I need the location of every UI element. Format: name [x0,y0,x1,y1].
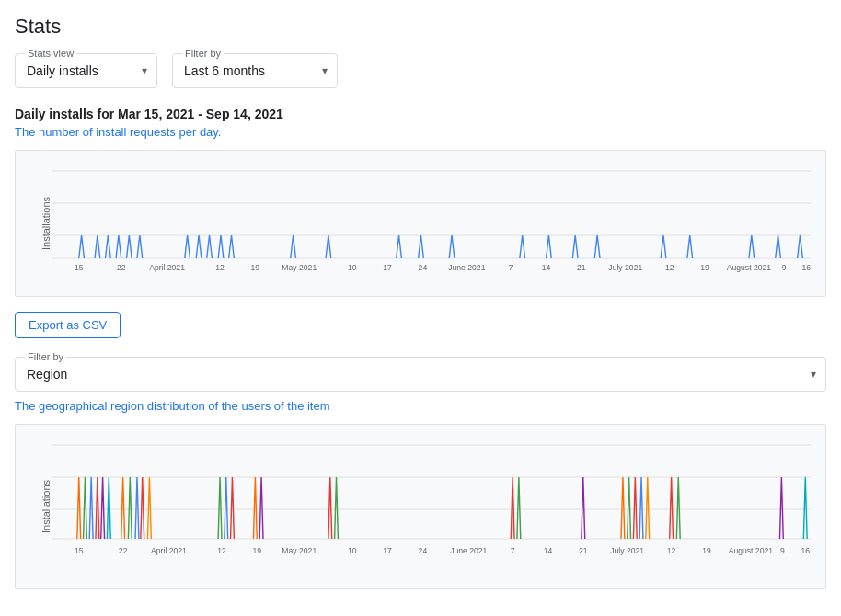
svg-text:7: 7 [511,546,515,555]
stats-view-label: Stats view [25,48,76,59]
svg-text:June 2021: June 2021 [448,263,485,272]
svg-text:10: 10 [348,263,357,272]
installs-chart: Installations 3 2 1 0 [15,150,826,297]
stats-view-value: Daily installs [27,63,117,78]
svg-text:19: 19 [700,263,709,272]
filter-by-dropdown[interactable]: Filter by Last 6 months ▾ [172,53,338,88]
svg-text:August 2021: August 2021 [729,546,773,555]
filter-by-arrow: ▾ [322,64,328,77]
svg-text:19: 19 [252,546,261,555]
svg-text:12: 12 [667,546,676,555]
svg-text:14: 14 [542,263,551,272]
region-filter-row: Filter by Region ▾ [15,357,826,392]
svg-text:9: 9 [782,263,787,272]
svg-text:April 2021: April 2021 [149,263,185,272]
svg-text:21: 21 [577,263,586,272]
region-y-axis-label: Installations [40,480,52,533]
svg-text:10: 10 [348,546,357,555]
controls-row: Stats view Daily installs ▾ Filter by La… [15,53,826,88]
filter-by-label: Filter by [182,48,224,59]
region-filter-label: Filter by [25,351,66,362]
filter-by-value: Last 6 months [184,63,283,78]
chart-subtitle: The number of install requests per day. [15,125,826,139]
svg-text:14: 14 [544,546,553,555]
svg-text:19: 19 [702,546,711,555]
svg-text:17: 17 [383,263,392,272]
svg-text:12: 12 [217,546,226,555]
stats-view-arrow: ▾ [142,64,147,77]
svg-text:24: 24 [419,263,428,272]
region-dropdown[interactable]: Filter by Region ▾ [15,357,826,392]
svg-text:12: 12 [665,263,674,272]
region-filter-arrow: ▾ [811,368,816,381]
svg-text:July 2021: July 2021 [608,263,642,272]
svg-text:17: 17 [383,546,392,555]
svg-text:7: 7 [509,263,513,272]
svg-text:22: 22 [119,546,128,555]
region-chart: Installations 1.5 1.0 0.5 0.0 [15,424,826,589]
region-chart-svg: 1.5 1.0 0.5 0.0 [52,436,811,565]
svg-text:15: 15 [75,546,84,555]
date-range: Daily installs for Mar 15, 2021 - Sep 14… [15,107,826,121]
svg-text:May 2021: May 2021 [282,546,317,555]
svg-text:19: 19 [251,263,260,272]
svg-text:12: 12 [215,263,225,272]
svg-text:22: 22 [117,263,126,272]
region-filter-value: Region [27,367,86,382]
svg-text:August 2021: August 2021 [727,263,771,272]
svg-text:16: 16 [801,263,811,272]
svg-text:May 2021: May 2021 [282,263,317,272]
svg-text:April 2021: April 2021 [151,546,187,555]
stats-view-dropdown[interactable]: Stats view Daily installs ▾ [15,53,157,88]
page-title: Stats [15,15,826,39]
svg-text:July 2021: July 2021 [610,546,644,555]
y-axis-label: Installations [40,197,52,250]
svg-text:June 2021: June 2021 [450,546,487,555]
svg-text:21: 21 [579,546,588,555]
svg-text:9: 9 [780,546,785,555]
svg-text:15: 15 [75,263,84,272]
chart-svg: 3 2 1 0 [52,162,811,272]
region-chart-subtitle: The geographical region distribution of … [15,399,826,413]
svg-text:24: 24 [419,546,428,555]
svg-text:16: 16 [801,546,810,555]
export-csv-button[interactable]: Export as CSV [15,312,121,338]
